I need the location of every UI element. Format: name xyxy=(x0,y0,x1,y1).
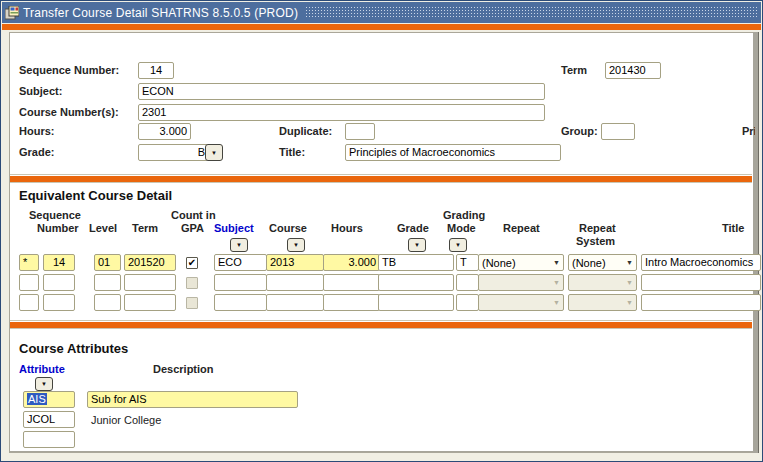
window-title: Transfer Course Detail SHATRNS 8.5.0.5 (… xyxy=(23,6,298,20)
group-field[interactable] xyxy=(601,123,635,140)
ecd-header-hours: Hours xyxy=(331,222,363,234)
ecd-sequence-number-field[interactable]: 14 xyxy=(43,254,75,271)
course-attributes-row-1: AIS Sub for AIS xyxy=(1,391,762,408)
ecd-header-course: Course xyxy=(269,222,307,234)
course-numbers-label: Course Number(s): xyxy=(19,106,119,118)
ecd-level-field[interactable] xyxy=(94,294,121,311)
section-separator-line xyxy=(10,174,752,175)
ecd-header-subject-link[interactable]: Subject xyxy=(214,222,254,234)
attribute-field[interactable]: JCOL xyxy=(23,411,75,428)
ecd-count-in-gpa-checkbox[interactable]: ✔ xyxy=(186,257,198,269)
ecd-subject-field[interactable] xyxy=(214,274,267,291)
ecd-hours-field[interactable]: 3.000 xyxy=(323,254,380,271)
ecd-sequence-number-field[interactable] xyxy=(43,294,75,311)
ecd-header-repeat-system-2: System xyxy=(576,235,615,247)
ecd-title-field[interactable] xyxy=(641,294,761,311)
ecd-term-field[interactable] xyxy=(124,294,176,311)
ecd-current-record-indicator: * xyxy=(19,254,39,271)
chevron-down-icon: ▼ xyxy=(623,299,636,306)
hours-label: Hours: xyxy=(19,125,54,137)
ecd-course-field[interactable] xyxy=(266,294,324,311)
ecd-subject-field[interactable]: ECO xyxy=(214,254,267,271)
ecd-row-3: ▼ ▼ xyxy=(1,294,762,311)
equivalent-course-detail-title: Equivalent Course Detail xyxy=(19,188,172,203)
attribute-header-link[interactable]: Attribute xyxy=(19,363,65,375)
ecd-header-level: Level xyxy=(89,222,117,234)
ecd-header-mode: Mode xyxy=(447,222,476,234)
ecd-term-field[interactable] xyxy=(124,274,176,291)
titlebar-pattern xyxy=(305,6,758,19)
sequence-number-label: Sequence Number: xyxy=(19,64,119,76)
ecd-header-sequence: Sequence xyxy=(29,209,81,221)
ecd-count-in-gpa-checkbox xyxy=(186,277,198,289)
ecd-header-count-in: Count in xyxy=(171,209,216,221)
ecd-term-field[interactable]: 201520 xyxy=(124,254,176,271)
hours-field[interactable]: 3.000 xyxy=(138,123,191,140)
ecd-repeat-system-dropdown[interactable]: (None) ▼ xyxy=(568,254,637,271)
attribute-field[interactable]: AIS xyxy=(23,391,75,408)
ecd-title-field[interactable]: Intro Macroeconomics xyxy=(641,254,761,271)
course-numbers-field[interactable]: 2301 xyxy=(138,104,545,121)
course-attributes-row-2: JCOL Junior College xyxy=(1,411,762,428)
grade-lov-button[interactable]: ▼ xyxy=(205,144,223,161)
ecd-header-title: Title xyxy=(722,222,744,234)
ecd-grading-mode-field[interactable]: T xyxy=(456,254,479,271)
attribute-lov-button[interactable]: ▼ xyxy=(35,377,53,391)
grade-field[interactable]: B xyxy=(138,144,209,161)
ecd-hours-field[interactable] xyxy=(323,294,380,311)
ecd-grade-field[interactable] xyxy=(378,294,454,311)
chevron-down-icon: ▼ xyxy=(414,242,420,248)
chevron-down-icon: ▼ xyxy=(293,242,299,248)
title-field[interactable]: Principles of Macroeconomics xyxy=(345,144,561,161)
ecd-course-field[interactable] xyxy=(266,274,324,291)
attribute-field[interactable] xyxy=(23,431,75,448)
ecd-sequence-number-field[interactable] xyxy=(43,274,75,291)
ecd-grading-mode-field[interactable] xyxy=(456,294,479,311)
ecd-current-record-indicator xyxy=(19,274,39,291)
ecd-repeat-system-dropdown: ▼ xyxy=(568,274,637,291)
section-separator-line xyxy=(10,182,752,183)
duplicate-field[interactable] xyxy=(345,123,375,140)
ecd-grade-field[interactable] xyxy=(378,274,454,291)
ecd-hours-field[interactable] xyxy=(323,274,380,291)
ecd-course-field[interactable]: 2013 xyxy=(266,254,324,271)
ecd-header-grade: Grade xyxy=(397,222,429,234)
ecd-repeat-dropdown[interactable]: (None) ▼ xyxy=(478,254,564,271)
ecd-grading-mode-field[interactable] xyxy=(456,274,479,291)
subject-field[interactable]: ECON xyxy=(138,83,545,100)
chevron-down-icon: ▼ xyxy=(211,150,217,156)
ecd-course-lov-button[interactable]: ▼ xyxy=(287,238,305,252)
ecd-grade-lov-button[interactable]: ▼ xyxy=(408,238,426,252)
description-field[interactable]: Sub for AIS xyxy=(87,391,298,408)
ecd-title-field[interactable] xyxy=(641,274,761,291)
duplicate-label: Duplicate: xyxy=(279,125,332,137)
ecd-grading-mode-lov-button[interactable]: ▼ xyxy=(449,238,467,252)
ecd-row-1: * 14 01 201520 ✔ ECO 2013 3.000 TB T (No… xyxy=(1,254,762,271)
ecd-subject-lov-button[interactable]: ▼ xyxy=(230,238,248,252)
application-icon xyxy=(5,6,19,20)
ecd-header-repeat-system-1: Repeat xyxy=(579,222,616,234)
ecd-repeat-dropdown: ▼ xyxy=(478,294,564,311)
course-attributes-title: Course Attributes xyxy=(19,341,128,356)
title-label: Title: xyxy=(279,146,305,158)
chevron-down-icon: ▼ xyxy=(623,259,636,266)
ecd-repeat-dropdown: ▼ xyxy=(478,274,564,291)
application-window: Transfer Course Detail SHATRNS 8.5.0.5 (… xyxy=(0,0,763,462)
ecd-level-field[interactable] xyxy=(94,274,121,291)
sequence-number-field[interactable]: 14 xyxy=(138,62,174,79)
ecd-repeat-system-value: (None) xyxy=(569,257,623,269)
chevron-down-icon: ▼ xyxy=(550,259,563,266)
ecd-repeat-system-dropdown: ▼ xyxy=(568,294,637,311)
ecd-current-record-indicator xyxy=(19,294,39,311)
description-header: Description xyxy=(153,363,214,375)
window-right-shadow xyxy=(753,32,759,453)
section-separator-line xyxy=(10,320,752,321)
section-separator-line xyxy=(10,328,752,329)
term-field[interactable]: 201430 xyxy=(605,62,661,79)
ecd-header-term: Term xyxy=(132,222,158,234)
ecd-grade-field[interactable]: TB xyxy=(378,254,454,271)
ecd-subject-field[interactable] xyxy=(214,294,267,311)
ecd-level-field[interactable]: 01 xyxy=(94,254,121,271)
description-text: Junior College xyxy=(91,414,161,426)
window-bottom-line xyxy=(9,451,753,452)
